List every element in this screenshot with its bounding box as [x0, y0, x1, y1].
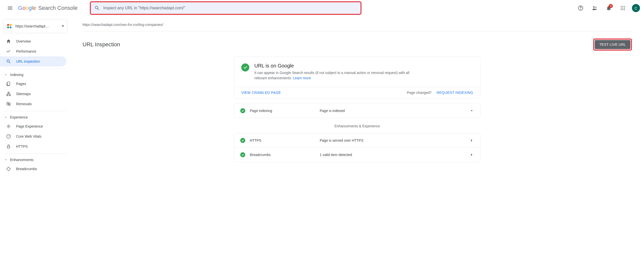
nav-sitemaps[interactable]: Sitemaps [0, 89, 66, 99]
status-success-icon [241, 63, 249, 71]
nav-label: Performance [16, 49, 36, 53]
account-avatar[interactable]: C [632, 4, 640, 12]
property-selector[interactable]: https://searchadapt.... [3, 19, 67, 33]
help-icon [578, 5, 584, 11]
divider [4, 154, 66, 154]
breadcrumbs-row[interactable]: Breadcrumbs 1 valid item detected [234, 147, 480, 162]
chevron-down-icon [469, 108, 474, 113]
checkmark-icon [243, 65, 248, 70]
https-row[interactable]: HTTPS Page is served over HTTPS [234, 133, 480, 147]
notifications-button[interactable]: 3 [603, 2, 615, 14]
section-experience[interactable]: Experience [0, 113, 70, 121]
svg-point-8 [621, 8, 622, 9]
row-label: Page indexing [250, 109, 315, 113]
search-icon [6, 59, 11, 64]
url-inspect-search[interactable] [91, 2, 360, 14]
test-live-url-highlight: TEST LIVE URL [593, 39, 632, 51]
nav-https[interactable]: HTTPS [0, 141, 66, 151]
index-status-card: URL is on Google It can appear in Google… [234, 57, 480, 98]
nav-performance[interactable]: Performance [0, 46, 66, 56]
top-bar: Google Search Console 3 C [0, 0, 644, 16]
learn-more-link[interactable]: Learn more [293, 76, 311, 80]
svg-point-11 [621, 9, 622, 10]
nav-core-web-vitals[interactable]: Core Web Vitals [0, 131, 66, 141]
row-value: Page is served over HTTPS [320, 138, 465, 142]
svg-point-5 [621, 6, 622, 7]
nav-page-experience[interactable]: Page Experience [0, 121, 66, 131]
row-value: 1 valid item detected [320, 153, 465, 157]
divider [4, 68, 66, 69]
eye-off-icon [6, 101, 11, 106]
test-live-url-button[interactable]: TEST LIVE URL [595, 40, 630, 49]
svg-rect-17 [7, 95, 8, 96]
search-icon [94, 5, 100, 11]
checkmark-icon [241, 153, 244, 156]
url-inspect-search-highlight [90, 1, 361, 15]
chevron-down-icon [4, 73, 8, 77]
pages-icon [6, 81, 11, 86]
apps-grid-icon [620, 5, 626, 11]
nav-label: URL inspection [16, 59, 40, 63]
google-logo-icon: Google [18, 5, 37, 11]
nav-pages[interactable]: Pages [0, 79, 66, 89]
svg-point-13 [624, 9, 625, 10]
nav-removals[interactable]: Removals [0, 99, 66, 109]
sidebar: https://searchadapt.... Overview Perform… [0, 16, 70, 266]
home-icon [6, 39, 11, 44]
inspected-url: https://searchadapt.com/seo-for-roofing-… [83, 16, 632, 31]
nav-url-inspection[interactable]: URL inspection [0, 56, 66, 66]
page-changed-label: Page changed? [407, 91, 432, 95]
status-success-icon [240, 152, 245, 157]
status-title: URL is on Google [254, 63, 410, 69]
main-menu-button[interactable] [4, 2, 16, 14]
page-indexing-row[interactable]: Page indexing Page is indexed [234, 104, 480, 118]
svg-rect-18 [9, 95, 11, 96]
avatar-initial: C [635, 6, 637, 10]
svg-point-7 [624, 6, 625, 7]
view-crawled-page-button[interactable]: VIEW CRAWLED PAGE [241, 91, 281, 95]
row-label: Breadcrumbs [250, 153, 315, 157]
request-indexing-button[interactable]: REQUEST INDEXING [437, 91, 473, 95]
diamond-icon [6, 166, 11, 171]
section-label: Indexing [10, 73, 23, 77]
help-button[interactable] [575, 2, 587, 14]
users-button[interactable] [589, 2, 601, 14]
header-actions: 3 C [575, 2, 640, 14]
status-description: It can appear in Google Search results (… [254, 70, 410, 81]
nav-breadcrumbs[interactable]: Breadcrumbs [0, 164, 66, 174]
svg-text:Google: Google [18, 5, 36, 11]
section-label: Experience [10, 115, 28, 119]
svg-point-14 [7, 60, 9, 62]
page-indexing-card: Page indexing Page is indexed [234, 103, 480, 118]
section-indexing[interactable]: Indexing [0, 71, 70, 79]
svg-point-12 [622, 9, 623, 10]
url-inspect-input[interactable] [103, 6, 357, 10]
product-logo[interactable]: Google Search Console [18, 5, 78, 11]
page-title: URL Inspection [83, 41, 120, 48]
svg-point-3 [593, 6, 595, 8]
chevron-down-icon [4, 158, 8, 162]
enhancements-section-label: Enhancements & Experience [335, 124, 380, 128]
main-content: https://searchadapt.com/seo-for-roofing-… [70, 16, 644, 266]
enhancements-card: HTTPS Page is served over HTTPS Breadcru… [234, 133, 480, 162]
svg-rect-16 [8, 92, 9, 93]
gauge-icon [6, 134, 11, 139]
checkmark-icon [241, 109, 244, 112]
nav-label: Page Experience [16, 124, 43, 128]
sparkle-icon [6, 124, 11, 129]
title-row: URL Inspection TEST LIVE URL [83, 31, 632, 57]
nav-overview[interactable]: Overview [0, 36, 66, 46]
svg-point-2 [581, 9, 581, 10]
status-success-icon [240, 138, 245, 143]
status-text: It can appear in Google Search results (… [254, 71, 409, 80]
chevron-right-icon [469, 152, 474, 157]
chevron-down-icon [4, 116, 8, 119]
hero-actions: VIEW CRAWLED PAGE Page changed? REQUEST … [234, 87, 480, 98]
nav-label: Overview [16, 39, 31, 43]
apps-button[interactable] [617, 2, 629, 14]
sitemap-icon [6, 91, 11, 96]
svg-rect-15 [7, 82, 10, 85]
property-favicon-icon [6, 23, 12, 29]
section-enhancements[interactable]: Enhancements [0, 156, 70, 164]
svg-rect-22 [7, 146, 10, 148]
